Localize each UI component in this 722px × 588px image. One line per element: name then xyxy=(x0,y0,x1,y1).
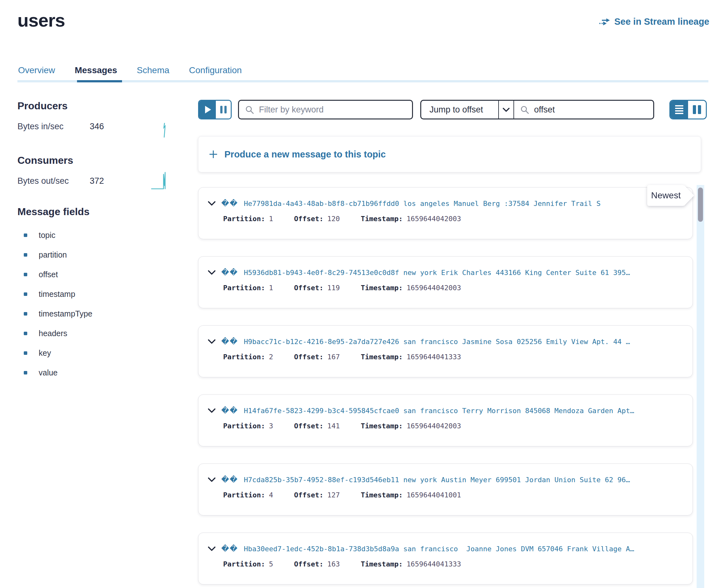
chevron-down-icon[interactable] xyxy=(208,408,215,413)
timestamp-value: 1659644042003 xyxy=(407,215,461,223)
chevron-down-icon[interactable] xyxy=(208,201,215,206)
column-view-button[interactable] xyxy=(688,101,706,119)
message-key: H7cda825b-35b7-4952-88ef-c193d546eb11 ne… xyxy=(244,476,684,484)
square-bullet-icon xyxy=(24,273,27,276)
key-glyph-icon: �� xyxy=(221,475,238,484)
partition-value: 3 xyxy=(269,422,273,430)
square-bullet-icon xyxy=(24,253,27,257)
timestamp-value: 1659644042003 xyxy=(407,422,461,430)
timestamp-value: 1659644041333 xyxy=(407,353,461,361)
consumers-metric-row: Bytes out/sec 372 xyxy=(17,176,150,186)
offset-value: 120 xyxy=(327,215,340,223)
field-item-timestampType[interactable]: timestampType xyxy=(24,307,92,320)
plus-icon xyxy=(209,149,218,159)
offset-value: 127 xyxy=(327,491,340,499)
chevron-down-icon[interactable] xyxy=(208,478,215,482)
tab-overview[interactable]: Overview xyxy=(18,65,55,76)
message-row[interactable]: �� Hba30eed7-1edc-452b-8b1a-738d3b5d8a9a… xyxy=(198,532,693,585)
partition-value: 5 xyxy=(269,560,273,568)
offset-search-field[interactable] xyxy=(514,101,653,119)
jump-mode-select[interactable]: Jump to offset xyxy=(421,101,498,119)
tab-active-underline xyxy=(77,80,122,82)
field-item-key[interactable]: key xyxy=(24,346,92,359)
message-row[interactable]: �� H9bacc71c-b12c-4216-8e95-2a7da727e426… xyxy=(198,326,693,377)
column-view-icon xyxy=(693,105,696,114)
key-glyph-icon: �� xyxy=(221,337,238,346)
message-key: H14fa67fe-5823-4299-b3c4-595845cfcae0 sa… xyxy=(244,407,684,415)
chevron-down-icon xyxy=(503,108,510,112)
field-item-offset[interactable]: offset xyxy=(24,268,92,281)
chevron-down-icon[interactable] xyxy=(208,546,215,551)
tab-configuration[interactable]: Configuration xyxy=(189,65,242,76)
square-bullet-icon xyxy=(24,292,27,296)
chevron-down-icon[interactable] xyxy=(208,270,215,275)
bytes-out-sparkline xyxy=(151,170,169,190)
message-key: H5936db81-b943-4e0f-8c29-74513e0c0d8f ne… xyxy=(244,269,684,277)
message-key: He77981da-4a43-48ab-b8f8-cb71b96ffdd0 lo… xyxy=(244,200,684,208)
square-bullet-icon xyxy=(24,312,27,316)
pause-button[interactable] xyxy=(216,101,231,119)
bytes-in-sparkline xyxy=(161,122,168,138)
newest-tooltip-label: Newest xyxy=(651,190,680,201)
bytes-out-value: 372 xyxy=(90,176,104,186)
search-icon xyxy=(245,105,254,114)
play-icon xyxy=(205,106,211,113)
jump-to-offset-control: Jump to offset xyxy=(420,100,654,120)
field-item-timestamp[interactable]: timestamp xyxy=(24,288,92,300)
message-meta: Partition:3 Offset:141 Timestamp:1659644… xyxy=(223,422,684,430)
produce-message-button[interactable]: Produce a new message to this topic xyxy=(198,136,701,172)
key-glyph-icon: �� xyxy=(221,199,238,208)
timestamp-value: 1659644041001 xyxy=(407,491,461,499)
page-title: users xyxy=(17,9,65,31)
lineage-label: See in Stream lineage xyxy=(614,17,709,27)
message-meta: Partition:5 Offset:163 Timestamp:1659644… xyxy=(223,560,684,568)
offset-value: 167 xyxy=(327,353,340,361)
square-bullet-icon xyxy=(24,371,27,375)
key-glyph-icon: �� xyxy=(221,544,238,553)
stream-lineage-link[interactable]: See in Stream lineage xyxy=(599,17,709,27)
keyword-filter-input[interactable] xyxy=(258,105,406,115)
producers-heading: Producers xyxy=(17,100,67,112)
tab-bar: Overview Messages Schema Configuration xyxy=(18,65,242,76)
square-bullet-icon xyxy=(24,332,27,335)
produce-message-label: Produce a new message to this topic xyxy=(224,149,386,160)
key-glyph-icon: �� xyxy=(221,406,238,415)
jump-mode-dropdown-button[interactable] xyxy=(499,101,513,119)
keyword-filter[interactable] xyxy=(238,100,413,120)
view-mode-toggle xyxy=(669,100,707,120)
timestamp-value: 1659644042003 xyxy=(407,284,461,292)
scrollbar-thumb[interactable] xyxy=(698,188,703,222)
partition-value: 1 xyxy=(269,284,273,292)
play-button[interactable] xyxy=(199,101,216,119)
message-row[interactable]: �� H7cda825b-35b7-4952-88ef-c193d546eb11… xyxy=(198,463,693,516)
message-meta: Partition:1 Offset:120 Timestamp:1659644… xyxy=(223,215,684,223)
message-meta: Partition:2 Offset:167 Timestamp:1659644… xyxy=(223,353,684,361)
message-meta: Partition:4 Offset:127 Timestamp:1659644… xyxy=(223,491,684,499)
message-key: H9bacc71c-b12c-4216-8e95-2a7da727e426 sa… xyxy=(244,338,684,345)
tab-schema[interactable]: Schema xyxy=(137,65,169,76)
message-row[interactable]: �� H5936db81-b943-4e0f-8c29-74513e0c0d8f… xyxy=(198,256,693,308)
bytes-out-label: Bytes out/sec xyxy=(17,176,90,186)
message-row[interactable]: �� H14fa67fe-5823-4299-b3c4-595845cfcae0… xyxy=(198,395,693,446)
tab-messages[interactable]: Messages xyxy=(75,65,117,76)
offset-value: 163 xyxy=(327,560,340,568)
timestamp-value: 1659644041333 xyxy=(407,560,461,568)
offset-value: 141 xyxy=(327,422,340,430)
field-item-partition[interactable]: partition xyxy=(24,248,92,261)
list-view-button[interactable] xyxy=(671,101,688,119)
chevron-down-icon[interactable] xyxy=(208,339,215,344)
consumers-heading: Consumers xyxy=(17,154,73,166)
field-item-headers[interactable]: headers xyxy=(24,327,92,340)
search-icon xyxy=(520,105,529,114)
message-row[interactable]: �� He77981da-4a43-48ab-b8f8-cb71b96ffdd0… xyxy=(198,187,693,239)
newest-tooltip: Newest xyxy=(647,185,685,206)
list-view-icon xyxy=(675,105,683,106)
producers-metric-row: Bytes in/sec 346 xyxy=(17,122,150,131)
messages-list: �� He77981da-4a43-48ab-b8f8-cb71b96ffdd0… xyxy=(198,187,693,588)
message-fields-list: topic partition offset timestamp timesta… xyxy=(24,229,92,386)
offset-input[interactable] xyxy=(533,105,647,115)
field-item-topic[interactable]: topic xyxy=(24,229,92,241)
field-item-value[interactable]: value xyxy=(24,366,92,379)
bytes-in-label: Bytes in/sec xyxy=(17,122,90,131)
scrollbar-track[interactable] xyxy=(697,185,704,588)
